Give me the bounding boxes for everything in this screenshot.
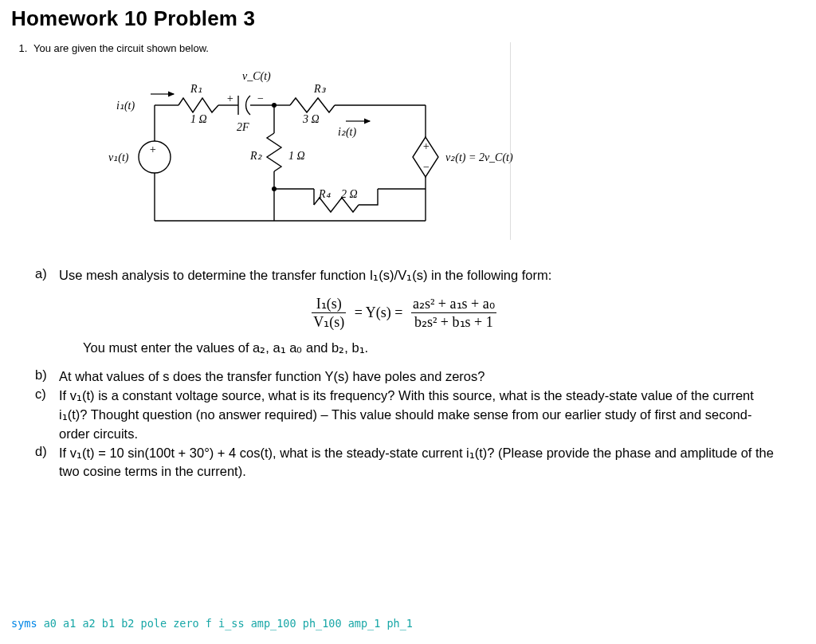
eq-den1: V₁(s)	[312, 313, 346, 331]
code-vars: a0 a1 a2 b1 b2 pole zero f i_ss amp_100 …	[44, 617, 413, 630]
r2-val: 1 Ω	[288, 150, 305, 162]
dep-plus-label: +	[422, 140, 430, 152]
page-title: Homework 10 Problem 3	[11, 6, 805, 31]
q-d-letter: d)	[35, 444, 59, 459]
i1-label: i₁(t)	[116, 100, 135, 112]
question-block: a) Use mesh analysis to determine the tr…	[11, 266, 805, 481]
q-a-letter: a)	[35, 266, 59, 281]
vc-label: v_C(t)	[242, 70, 271, 83]
vertical-rule	[510, 42, 511, 240]
r2-label: R₂	[249, 150, 262, 162]
q-c-letter: c)	[35, 387, 59, 402]
r4-label: R₄	[318, 188, 331, 200]
prompt-text: You are given the circuit shown below.	[33, 42, 209, 54]
equation-Y: I₁(s) V₁(s) = Y(s) = a₂s² + a₁s + a₀ b₂s…	[3, 295, 805, 331]
q-d-text: If v₁(t) = 10 sin(100t + 30°) + 4 cos(t)…	[59, 444, 805, 482]
problem-list: You are given the circuit shown below.	[11, 42, 805, 54]
q-c-text: If v₁(t) is a constant voltage source, w…	[59, 387, 805, 444]
cap-val: 2F	[237, 121, 249, 133]
eq-num2: a₂s² + a₁s + a₀	[411, 295, 496, 313]
cap-minus: −	[257, 92, 264, 104]
r3-val: 3 Ω	[302, 113, 320, 125]
r1-val: 1 Ω	[190, 113, 207, 125]
v2-label: v₂(t) = 2v_C(t)	[445, 151, 513, 164]
code-keyword: syms	[11, 617, 44, 630]
q-a-text: Use mesh analysis to determine the trans…	[59, 266, 575, 285]
eq-den2: b₂s² + b₁s + 1	[411, 313, 496, 331]
eq-mid: = Y(s) =	[350, 304, 408, 321]
r4-val: 2 Ω	[341, 188, 358, 200]
i2-label: i₂(t)	[338, 126, 356, 139]
q-a-followup: You must enter the values of a₂, a₁ a₀ a…	[35, 339, 805, 358]
eq-num1: I₁(s)	[312, 295, 346, 313]
r1-label: R₁	[190, 83, 202, 95]
q-b-text: At what values of s does the transfer fu…	[59, 367, 508, 387]
matlab-code-line: syms a0 a1 a2 b1 b2 pole zero f i_ss amp…	[11, 617, 413, 630]
dep-minus-label: −	[422, 161, 430, 173]
src-plus-label: +	[149, 143, 156, 155]
circuit-diagram: .w { stroke:#000; stroke-width:1.4; fill…	[91, 65, 513, 249]
q-b-letter: b)	[35, 367, 59, 383]
v1-label: v₁(t)	[108, 151, 129, 164]
r3-label: R₃	[313, 83, 327, 95]
cap-plus: +	[226, 92, 233, 104]
